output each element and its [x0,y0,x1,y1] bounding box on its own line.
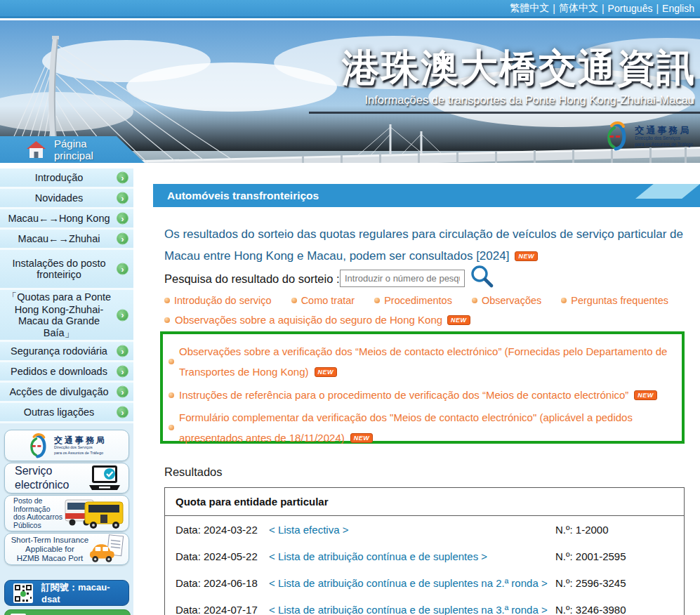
link-label: Procedimentos [384,295,452,306]
sidebar-item-quotas[interactable]: 「Quotas para a Ponte Hong Kong-Zhuhai-Ma… [0,290,133,342]
sidebar-eservice-banner[interactable]: Serviço electrónico [4,463,129,494]
sidebar-subscribe-banner[interactable]: 訂閱號：macau-dsat [4,580,129,606]
home-label-line2: principal [54,150,93,161]
bullet-icon [169,359,174,364]
sidebar-item-macau-zhuhai[interactable]: Macau←→Zhuhai › [0,230,133,250]
laptop-check-icon [88,465,121,491]
row-list-link[interactable]: < Lista de atribuição contínua e de supl… [269,577,548,589]
site-subtitle: Informações de transportes da Ponte Hong… [364,93,694,107]
bullet-icon [164,298,170,303]
link-label: Introdução do serviço [174,295,272,306]
eservice-label-line1: Serviço [15,464,69,478]
row-list-link[interactable]: < Lista de atribuição contínua e de supl… [269,604,548,615]
language-bar: 繁體中文 | 简体中文 | Português | English [0,0,700,18]
insurance-line2: Applicable for [11,545,89,554]
sidebar-item-label: Segurança rodoviária [11,345,107,357]
lang-pt[interactable]: Português [608,3,653,14]
sidebar-item-introducao[interactable]: Introdução › [0,168,133,189]
row-number: N.º: 1-2000 [555,524,609,536]
sidebar-green-banner[interactable] [4,609,131,615]
table-row: Data: 2024-05-22 < Lista de atribuição c… [165,543,684,569]
link-label: Instruções de referência para o procedim… [179,385,657,405]
sidebar-item-label: Macau←→Zhuhai [18,233,100,244]
search-icon [469,264,494,289]
search-button[interactable] [469,264,494,289]
headline-text: Os resultados do sorteio das quotas regu… [164,227,683,263]
sidebar-insurance-banner[interactable]: Short-Term Insurance Applicable for HZMB… [4,533,129,565]
link-perguntas-frequentes[interactable]: Perguntas frequentes [561,295,668,306]
dsat-logo[interactable]: 交通事務局 Direcção dos Serviços para os Assu… [603,121,693,152]
home-icon [27,141,46,159]
dsat-logo-pt1: Direcção dos Serviços [54,446,107,450]
results-table-header: Quota para entidade particular [165,488,684,516]
car-document-icon [89,534,124,564]
link-formulario-complementar[interactable]: Formulário complementar da verificação d… [169,407,673,448]
lang-zh-simp[interactable]: 简体中文 [559,2,598,15]
bullet-icon [472,298,477,303]
link-procedimentos[interactable]: Procedimentos [374,295,452,306]
insurance-line1: Short-Term Insurance [11,536,89,545]
lang-separator: | [602,3,605,14]
row-date: Data: 2024-05-22 [176,550,269,562]
sidebar-item-outras[interactable]: Outras ligações › [0,403,133,423]
sidebar-bus-info-banner[interactable]: Posto de Informação dos Autocarros Públi… [4,495,129,531]
row-number: N.º: 2001-2595 [555,550,626,562]
new-badge: NEW [447,315,470,325]
results-table: Quota para entidade particular Data: 202… [164,487,685,615]
chevron-right-icon: › [117,213,128,225]
sidebar-item-label: Introdução [35,172,84,183]
chevron-right-icon: › [117,386,128,398]
row-list-link[interactable]: < Lista de atribuição contínua e de supl… [269,550,487,562]
link-observacoes[interactable]: Observações [472,295,541,306]
qr-code-icon [13,583,33,603]
section-header: Automóveis transfronteiriços [153,184,700,207]
link-instrucoes-referencia[interactable]: Instruções de referência para o procedim… [169,385,673,405]
row-list-link[interactable]: < Lista efectiva > [269,524,348,536]
link-como-tratar[interactable]: Como tratar [291,295,355,306]
sidebar-dsat-banner[interactable]: 交通事務局 Direcção dos Serviços para os Assu… [4,430,129,461]
link-verificacao-meios-contacto[interactable]: Observações sobre a verificação dos “Mei… [169,341,673,382]
buses-icon [64,498,124,529]
dsat-logo-mark [603,121,631,152]
row-date: Data: 2024-06-18 [176,577,269,589]
link-label: Observações sobre a verificação dos “Mei… [179,341,671,382]
chevron-right-icon: › [117,192,128,204]
sidebar-item-seguranca[interactable]: Segurança rodoviária › [0,342,133,362]
lang-zh-trad[interactable]: 繁體中文 [510,2,549,15]
title-underline [309,112,700,114]
hero-banner: 港珠澳大橋交通資訊 Informações de transportes da … [0,20,700,163]
bullet-icon [164,317,170,323]
eservice-label-line2: electrónico [15,478,69,492]
sidebar-item-macau-hongkong[interactable]: Macau←→Hong Kong › [0,209,133,230]
sidebar-item-novidades[interactable]: Novidades › [0,189,133,209]
row-date: Data: 2024-03-22 [176,524,269,536]
bus-info-line3: dos Autocarros [13,513,62,522]
sidebar-item-label: Macau←→Hong Kong [8,213,110,224]
new-badge: NEW [315,367,338,377]
chevron-right-icon: › [117,406,128,418]
search-input[interactable] [340,270,465,287]
sidebar-item-label: Acções de divulgação [9,386,108,397]
sidebar-item-label: Outras ligações [24,406,95,418]
lang-separator: | [656,3,659,14]
lottery-results-link[interactable]: Os resultados do sorteio das quotas regu… [164,223,692,267]
link-label: Formulário complementar da verificação d… [179,407,671,448]
chevron-right-icon: › [117,309,128,321]
site-title-zh: 港珠澳大橋交通資訊 [342,43,696,94]
row-number: N.º: 3246-3980 [555,604,626,615]
dsat-logo-pt1: Direcção dos Serviços [635,136,693,141]
dsat-logo-pt2: para os Assuntos de Tráfego [54,451,107,456]
link-label: Observações [482,295,541,306]
section-title: Automóveis transfronteiriços [167,190,319,202]
link-introducao-servico[interactable]: Introdução do serviço [164,295,272,306]
subscribe-label: 訂閱號：macau-dsat [41,581,128,604]
new-badge: NEW [634,390,657,400]
bus-info-line4: Públicos [13,522,62,530]
link-seguro-hong-kong[interactable]: Observações sobre a aquisição do seguro … [164,314,470,326]
sidebar-item-pedidos[interactable]: Pedidos e downloads › [0,362,133,383]
new-badge: NEW [350,433,374,443]
sidebar-item-label: Instalações do posto fronteiriço [4,258,114,280]
sidebar-item-accoes[interactable]: Acções de divulgação › [0,383,133,403]
sidebar-item-instalacoes[interactable]: Instalações do posto fronteiriço › [0,250,133,290]
lang-en[interactable]: English [662,3,694,14]
